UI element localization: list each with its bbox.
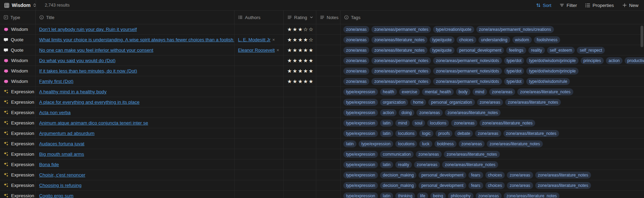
tag-pill[interactable]: zone/areas — [414, 161, 440, 168]
rating-cell[interactable] — [284, 170, 316, 180]
tags-cell[interactable]: zone/areaszone/areas/literature_notestyp… — [341, 35, 644, 45]
tag-pill[interactable]: zone/areas/literature_notes — [371, 36, 427, 43]
tag-pill[interactable]: type/dot/wisdom/rule — [526, 78, 570, 85]
view-selector[interactable]: Wisdom — [12, 2, 30, 8]
tag-pill[interactable]: zone/areas — [343, 36, 369, 43]
tag-pill[interactable]: locutions — [427, 120, 449, 127]
tag-pill[interactable]: fears — [468, 182, 483, 189]
title-link[interactable]: A place for everything and everything in… — [39, 100, 140, 105]
star-rating[interactable]: ★★★☆☆ — [287, 26, 314, 33]
column-header-tags[interactable]: Tags — [341, 11, 644, 24]
type-cell[interactable]: Wisdom — [0, 76, 36, 86]
tag-pill[interactable]: zone/areas/literature_notes — [517, 88, 573, 95]
tag-pill[interactable]: zone/areas/literature_notes — [445, 109, 501, 116]
tag-pill[interactable]: zone/areas/permanent_notes/creations — [476, 26, 554, 33]
tag-pill[interactable]: zone/areas — [477, 99, 503, 106]
author-link[interactable]: Eleanor Roosevelt — [238, 48, 275, 53]
tag-pill[interactable]: luck — [419, 140, 432, 147]
authors-cell[interactable] — [235, 191, 284, 198]
tags-cell[interactable]: zone/areaszone/areas/literature_notestyp… — [341, 45, 644, 55]
tag-pill[interactable]: latin — [343, 140, 356, 147]
notes-cell[interactable] — [316, 149, 341, 159]
tag-pill[interactable]: choices — [485, 172, 505, 179]
tag-pill[interactable]: zone/areas/permanent_notes — [371, 68, 431, 75]
tags-cell[interactable]: latintype/expressionlocutionsluckboldnes… — [341, 139, 644, 149]
type-cell[interactable]: Expression — [0, 118, 36, 128]
title-link[interactable]: Do what you said you would do (Dot) — [39, 58, 116, 63]
tag-pill[interactable]: choices — [485, 182, 505, 189]
rating-cell[interactable]: ★★★★★ — [284, 55, 316, 66]
title-link[interactable]: Acta non verba — [39, 110, 71, 115]
notes-cell[interactable] — [316, 76, 341, 86]
notes-cell[interactable] — [316, 107, 341, 118]
tag-pill[interactable]: reality — [528, 47, 545, 54]
tag-pill[interactable]: mind — [473, 88, 487, 95]
rating-cell[interactable] — [284, 118, 316, 128]
notes-cell[interactable] — [316, 128, 341, 138]
tag-pill[interactable]: self_esteem — [547, 47, 575, 54]
tag-pill[interactable]: boldness — [434, 140, 457, 147]
tags-cell[interactable]: zone/areaszone/areas/permanent_noteszone… — [341, 66, 644, 76]
title-link[interactable]: What limits your choice is understanding… — [39, 37, 235, 42]
tag-pill[interactable]: action — [606, 57, 623, 64]
type-cell[interactable]: Expression — [0, 107, 36, 118]
type-cell[interactable]: Expression — [0, 97, 36, 107]
title-link[interactable]: Bona fide — [39, 162, 59, 167]
type-cell[interactable]: Wisdom — [0, 66, 36, 76]
tag-pill[interactable]: decision_making — [380, 172, 416, 179]
tag-pill[interactable]: proofs — [435, 130, 452, 137]
tag-pill[interactable]: zone/areas — [476, 192, 502, 198]
tag-pill[interactable]: health — [380, 88, 397, 95]
tag-pill[interactable]: latin — [380, 130, 393, 137]
tag-pill[interactable]: type/expression — [343, 182, 378, 189]
tag-pill[interactable]: zone/areas — [507, 182, 533, 189]
rating-cell[interactable] — [284, 87, 316, 97]
tag-pill[interactable]: type/expression — [343, 192, 378, 198]
tag-pill[interactable]: type/expression — [343, 172, 378, 179]
title-link[interactable]: A healthy mind in a healthy body — [39, 89, 106, 94]
tags-cell[interactable]: type/expressioncommunicationzone/areaszo… — [341, 149, 644, 159]
tag-pill[interactable]: mind — [395, 120, 410, 127]
star-rating[interactable]: ★★★★★ — [287, 78, 314, 85]
tag-pill[interactable]: body — [456, 88, 470, 95]
tag-pill[interactable]: zone/areas/literature_notes — [535, 182, 591, 189]
tag-pill[interactable]: zone/areas/permanent_notes — [371, 78, 431, 85]
authors-cell[interactable] — [235, 87, 284, 97]
tags-cell[interactable]: type/expressionorganizationhomepersonal_… — [341, 97, 644, 107]
tags-cell[interactable]: type/expressionhealthexercisemental_heal… — [341, 87, 644, 97]
star-rating[interactable]: ★★★★★ — [287, 68, 314, 74]
tag-pill[interactable]: doing — [399, 109, 414, 116]
tag-pill[interactable]: zone/areas/literature_notes — [444, 151, 500, 158]
authors-cell[interactable] — [235, 97, 284, 107]
tag-pill[interactable]: soul — [412, 120, 425, 127]
tag-pill[interactable]: zone/areas/literature_notes — [535, 172, 591, 179]
tag-pill[interactable]: zone/areas/permanent_notes — [371, 57, 431, 64]
tags-cell[interactable]: type/expressionactiondoingzone/areaszone… — [341, 107, 644, 118]
notes-cell[interactable] — [316, 139, 341, 149]
tag-pill[interactable]: life — [417, 192, 428, 198]
tag-pill[interactable]: wisdom — [512, 36, 532, 43]
tag-pill[interactable]: zone/areas — [343, 78, 369, 85]
tag-pill[interactable]: zone/areas/permanent_notes/dots — [433, 57, 502, 64]
authors-cell[interactable] — [235, 107, 284, 118]
tags-cell[interactable]: type/expressionlatinlocutionslogicproofs… — [341, 128, 644, 138]
tag-pill[interactable]: zone/areas/literature_notes — [505, 99, 561, 106]
tag-pill[interactable]: type/dot — [504, 78, 524, 85]
tags-cell[interactable]: zone/areaszone/areas/permanent_noteszone… — [341, 55, 644, 66]
tag-pill[interactable]: zone/areas/literature_notes — [371, 47, 427, 54]
type-cell[interactable]: Expression — [0, 149, 36, 159]
type-cell[interactable]: Expression — [0, 128, 36, 138]
rating-cell[interactable] — [284, 97, 316, 107]
tag-pill[interactable]: personal_organization — [428, 99, 475, 106]
tag-pill[interactable]: zone/areas — [416, 151, 442, 158]
authors-cell[interactable]: Eleanor Roosevelt× — [235, 45, 284, 55]
tag-pill[interactable]: thinking — [395, 192, 415, 198]
type-cell[interactable]: Expression — [0, 87, 36, 97]
authors-cell[interactable] — [235, 160, 284, 170]
tag-pill[interactable]: latin — [380, 120, 393, 127]
notes-cell[interactable] — [316, 24, 341, 34]
column-header-type[interactable]: Type — [0, 11, 36, 24]
column-header-rating[interactable]: Rating — [284, 11, 316, 24]
tag-pill[interactable]: feelings — [506, 47, 526, 54]
type-cell[interactable]: Expression — [0, 170, 36, 180]
